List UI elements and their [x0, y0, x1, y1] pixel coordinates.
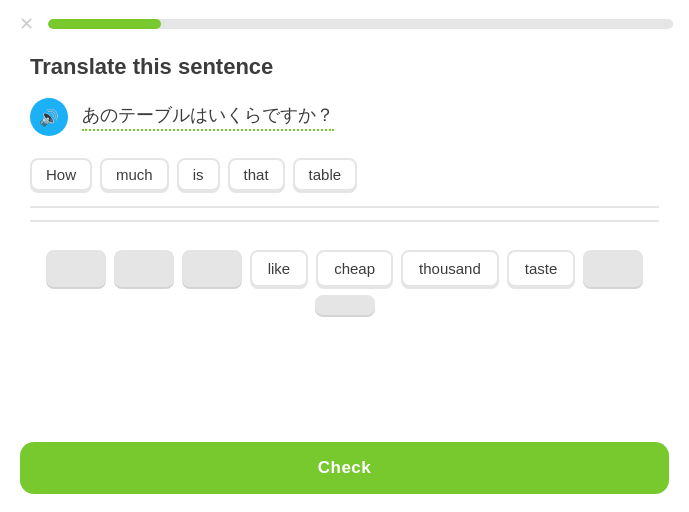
progress-bar: [48, 19, 673, 29]
speaker-icon: 🔊: [39, 108, 59, 127]
progress-fill: [48, 19, 161, 29]
sentence-row: 🔊 あのテーブルはいくらですか？: [30, 98, 659, 136]
placeholder-chip-4: [583, 250, 643, 287]
answer-chip-much[interactable]: much: [100, 158, 169, 191]
answer-chip-that[interactable]: that: [228, 158, 285, 191]
bank-chip-thousand[interactable]: thousand: [401, 250, 499, 287]
bottom-bar: Check: [0, 430, 689, 512]
answer-chip-table[interactable]: table: [293, 158, 358, 191]
answer-chip-is[interactable]: is: [177, 158, 220, 191]
bank-chip-like[interactable]: like: [250, 250, 309, 287]
page-title: Translate this sentence: [30, 54, 659, 80]
bank-chip-taste[interactable]: taste: [507, 250, 576, 287]
close-button[interactable]: ✕: [16, 14, 36, 34]
bank-chip-cheap[interactable]: cheap: [316, 250, 393, 287]
answer-chip-how[interactable]: How: [30, 158, 92, 191]
main-container: ✕ Translate this sentence 🔊 あのテーブルはいくらです…: [0, 0, 689, 512]
placeholder-chip-1: [46, 250, 106, 287]
close-icon: ✕: [19, 15, 34, 33]
word-bank: like cheap thousand taste: [30, 240, 659, 325]
main-content: Translate this sentence 🔊 あのテーブルはいくらですか？…: [0, 44, 689, 430]
placeholder-chip-2: [114, 250, 174, 287]
check-button[interactable]: Check: [20, 442, 669, 494]
placeholder-chip-5: [315, 295, 375, 315]
audio-button[interactable]: 🔊: [30, 98, 68, 136]
answer-area[interactable]: How much is that table: [30, 158, 659, 208]
placeholder-chip-3: [182, 250, 242, 287]
japanese-sentence: あのテーブルはいくらですか？: [82, 103, 334, 131]
top-bar: ✕: [0, 0, 689, 44]
divider: [30, 220, 659, 222]
